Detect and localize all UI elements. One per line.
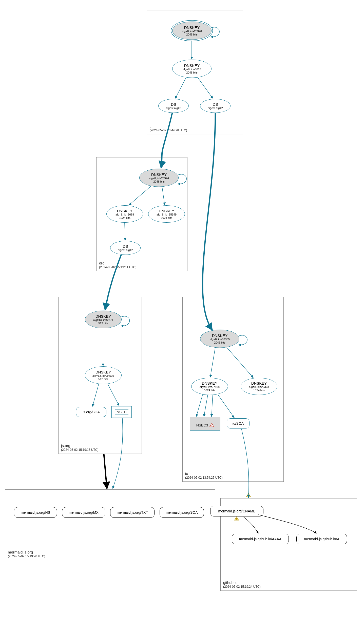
org-ksk-dnskey: DNSKEY alg=8, id=26974 2048 bits — [139, 169, 179, 187]
io-ksk-dnskey: DNSKEY alg=8, id=57355 2048 bits — [200, 330, 239, 348]
mermaid-soa: mermaid.js.org/SOA — [160, 507, 204, 518]
mermaid-mx: mermaid.js.org/MX — [62, 507, 105, 518]
zone-mermaid-label: mermaid.js.org (2024-05-02 15:19:20 UTC) — [8, 550, 45, 559]
svg-text:!: ! — [236, 518, 237, 520]
svg-text:!: ! — [248, 494, 249, 497]
io-zsk-1: DNSKEY alg=8, id=27108 1024 bits — [191, 378, 228, 395]
svg-text:!: ! — [212, 424, 212, 427]
jsorg-ksk-dnskey: DNSKEY alg=13, id=2371 512 bits — [85, 311, 122, 328]
mermaid-ns: mermaid.js.org/NS — [14, 507, 57, 518]
root-zsk-dnskey: DNSKEY alg=8, id=5613 2048 bits — [172, 60, 212, 78]
warning-icon: ! — [246, 493, 251, 497]
zone-github-label: github.io (2024-05-02 15:19:24 UTC) — [223, 580, 260, 589]
root-ds-1: DS digest alg=2 — [158, 99, 189, 113]
io-zsk-2: DNSKEY alg=8, id=22323 1024 bits — [241, 378, 277, 395]
github-a: mermaid-js.github.io/A — [296, 534, 347, 544]
zone-jsorg-label: js.org (2024-05-02 15:19:16 UTC) — [61, 443, 98, 452]
warning-icon: ! — [209, 423, 214, 427]
zone-root-label: . (2024-05-02 13:44:28 UTC) — [150, 124, 187, 133]
mermaid-txt: mermaid.js.org/TXT — [110, 507, 155, 518]
io-nsec3: NSEC3 ! — [190, 417, 220, 430]
org-zsk-2: DNSKEY alg=8, id=55149 1024 bits — [148, 205, 185, 223]
github-aaaa: mermaid-js.github.io/AAAA — [232, 534, 289, 544]
warning-icon: ! — [234, 516, 239, 521]
zone-io-label: io (2024-05-02 13:54:27 UTC) — [185, 471, 222, 480]
mermaid-cname: mermaid.js.org/CNAME — [210, 506, 263, 516]
root-ksk-dnskey: DNSKEY alg=8, id=20326 2048 bits — [172, 22, 212, 40]
jsorg-nsec: NSEC — [111, 406, 132, 418]
jsorg-zsk-dnskey: DNSKEY alg=13, id=34505 512 bits — [85, 366, 122, 384]
jsorg-soa: js.org/SOA — [76, 407, 106, 417]
zone-mermaid: mermaid.js.org (2024-05-02 15:19:20 UTC) — [5, 489, 215, 560]
io-soa: io/SOA — [227, 418, 250, 428]
zone-org-label: org (2024-05-02 15:19:11 UTC) — [99, 261, 136, 270]
org-ds: DS digest alg=2 — [110, 241, 141, 255]
root-ds-2: DS digest alg=2 — [200, 99, 231, 113]
org-zsk-1: DNSKEY alg=8, id=3093 1024 bits — [106, 205, 143, 223]
